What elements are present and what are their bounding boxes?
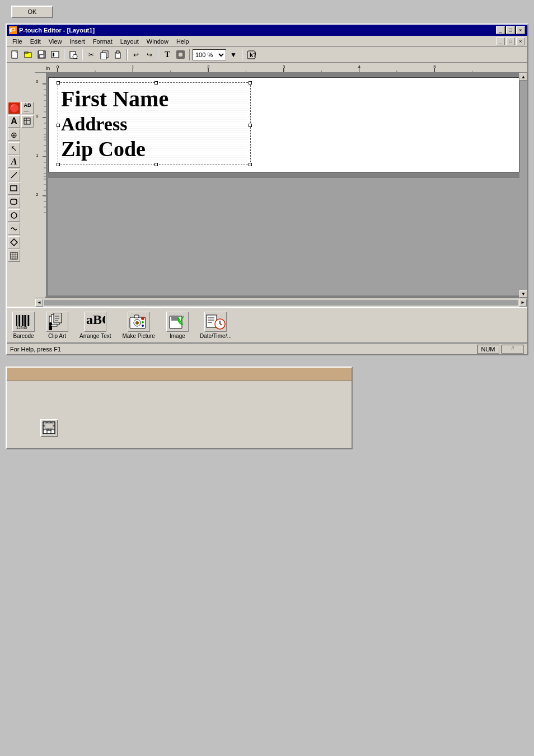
ok-button[interactable]: OK [11, 6, 53, 18]
handle-tm[interactable] [154, 81, 158, 84]
side-tool-cursor[interactable]: ↖ [8, 142, 20, 154]
side-tool-pattern[interactable] [8, 250, 20, 262]
svg-text:1: 1 [132, 64, 134, 69]
svg-rect-84 [16, 315, 17, 326]
side-tool-crosshair[interactable]: ⊕ [8, 129, 20, 141]
handle-tl[interactable] [57, 81, 60, 84]
child-restore-button[interactable]: □ [506, 37, 515, 45]
side-tool-row-9 [8, 209, 34, 222]
side-tool-row-3: ⊕ [8, 129, 34, 141]
svg-rect-15 [116, 51, 119, 53]
undo-button[interactable]: ↩ [130, 49, 142, 61]
side-tool-row-12 [8, 250, 34, 262]
svg-text:0: 0 [36, 79, 39, 84]
handle-ml[interactable] [57, 124, 60, 127]
menu-file[interactable]: File [9, 37, 26, 46]
paste-button[interactable] [112, 49, 124, 61]
toolbar-sep-2 [82, 49, 83, 60]
save-button[interactable] [36, 49, 48, 61]
open-button[interactable] [22, 49, 35, 61]
scroll-right-button[interactable]: ► [519, 299, 527, 307]
svg-rect-126 [45, 423, 53, 429]
maximize-button[interactable]: □ [506, 26, 515, 34]
ok-button-area: OK [0, 0, 534, 24]
side-tool-text[interactable]: AB— [21, 102, 34, 114]
frame-button[interactable] [175, 49, 187, 61]
svg-rect-112 [171, 316, 178, 321]
window-title: P-touch Editor - [Layout1] [19, 27, 95, 34]
svg-text:2: 2 [36, 192, 39, 197]
properties-button[interactable] [49, 49, 62, 61]
handle-br[interactable] [249, 163, 252, 166]
handle-bl[interactable] [57, 163, 60, 166]
minimize-button[interactable]: _ [496, 26, 505, 34]
image-label: Image [170, 333, 185, 339]
side-tool-circle[interactable] [8, 209, 20, 222]
svg-rect-25 [11, 199, 17, 204]
side-tool-table[interactable] [21, 115, 34, 128]
child-minimize-button[interactable]: _ [496, 37, 505, 45]
make-picture-tool[interactable]: Make Picture [123, 312, 155, 339]
svg-rect-100 [55, 320, 58, 321]
menu-layout[interactable]: Layout [117, 37, 142, 46]
menu-view[interactable]: View [45, 37, 65, 46]
side-tool-A[interactable]: A [8, 115, 20, 128]
svg-text:5: 5 [433, 64, 436, 69]
lower-icon[interactable] [40, 419, 58, 437]
text-button[interactable]: T [161, 49, 174, 61]
h-scroll-track[interactable] [44, 300, 518, 306]
svg-point-101 [49, 322, 52, 326]
datetime-tool[interactable]: Date/Time/... [200, 312, 232, 339]
zoom-dropdown-button[interactable]: ▼ [227, 49, 240, 61]
svg-text:in: in [46, 65, 50, 71]
v-scroll-track[interactable] [519, 81, 527, 290]
side-tool-diamond[interactable] [8, 236, 20, 248]
scroll-down-button[interactable]: ▼ [519, 290, 527, 298]
side-tool-text-A[interactable]: A [8, 156, 20, 168]
new-button[interactable] [9, 49, 21, 61]
svg-rect-6 [40, 55, 44, 58]
label-text-content: First Name Address Zip Code [61, 86, 247, 162]
side-tool-round-rect[interactable] [8, 196, 20, 208]
menu-insert[interactable]: Insert [66, 37, 88, 46]
lower-panel-body [7, 381, 352, 448]
side-tool-row-5: A [8, 156, 34, 168]
side-tool-rect[interactable] [8, 182, 20, 195]
menu-help[interactable]: Help [173, 37, 193, 46]
svg-text:4: 4 [358, 64, 360, 69]
make-picture-label: Make Picture [123, 333, 155, 339]
datetime-icon-box [204, 312, 227, 332]
handle-bm[interactable] [154, 163, 158, 166]
arrange-text-tool[interactable]: aBCp Arrange Text [79, 312, 111, 339]
main-canvas[interactable]: First Name Address Zip Code [46, 73, 527, 298]
side-tool-wave[interactable] [8, 223, 20, 235]
menu-edit[interactable]: Edit [27, 37, 44, 46]
cut-button[interactable]: ✂ [85, 49, 97, 61]
image-icon-box [166, 312, 189, 332]
svg-text:3: 3 [283, 64, 285, 69]
barcode-tool[interactable]: 12345 Barcode [12, 312, 35, 339]
side-tool-line[interactable] [8, 169, 20, 181]
handle-mr[interactable] [249, 124, 252, 127]
redo-button[interactable]: ↪ [143, 49, 156, 61]
child-close-button[interactable]: × [516, 37, 525, 45]
canvas-and-ruler-v: 0 0 1 2 [35, 73, 527, 298]
scroll-left-button[interactable]: ◄ [35, 299, 43, 307]
help-button[interactable]: k? [245, 49, 257, 61]
zoom-select[interactable]: 100 % 50 % 75 % 150 % 200 % [193, 49, 226, 60]
horizontal-ruler: in 0 1 2 3 4 5 [35, 63, 527, 73]
clipart-tool[interactable]: Clip Art [46, 312, 68, 339]
copy-button[interactable] [99, 49, 111, 61]
scroll-up-button[interactable]: ▲ [519, 73, 527, 81]
title-bar-buttons: _ □ × [496, 26, 525, 34]
print-preview-button[interactable] [67, 49, 79, 61]
close-button[interactable]: × [516, 26, 525, 34]
handle-tr[interactable] [249, 81, 252, 84]
svg-rect-107 [134, 315, 139, 318]
menu-window[interactable]: Window [143, 37, 172, 46]
svg-rect-91 [27, 315, 27, 326]
side-tool-row-6 [8, 169, 34, 181]
menu-format[interactable]: Format [90, 37, 116, 46]
image-tool[interactable]: Image [166, 312, 189, 339]
side-tool-stamp[interactable]: 🔴 [8, 102, 20, 114]
